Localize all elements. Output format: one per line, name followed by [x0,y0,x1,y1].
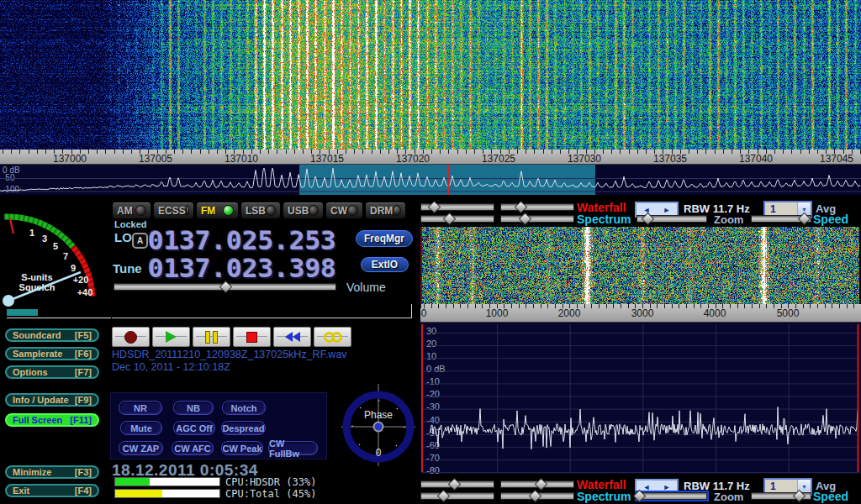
audio-waterfall[interactable] [422,227,859,304]
lo-frequency-digits[interactable]: 0137.025.253 [148,225,336,255]
mode-button-ecss[interactable]: ECSS [153,202,194,219]
cw-afc-button[interactable]: CW AFC [172,441,214,455]
lo-auto-badge[interactable]: A [132,233,148,249]
freq-tick-label: 3000 [617,307,668,319]
speed-slider[interactable] [751,215,811,223]
tune-frequency-digits[interactable]: 0137.023.398 [148,253,336,283]
waterfall-upper-slider[interactable] [420,480,494,488]
freq-tick-label: 137045 [811,153,861,165]
button-hotkey: [F11] [70,415,92,425]
mode-led-icon [135,205,146,216]
slider-thumb[interactable] [529,490,542,503]
main-spectrum-trace[interactable] [0,165,861,195]
phase-center-dot [375,423,383,431]
notch-button[interactable]: Notch [222,401,266,415]
loop-button[interactable] [314,327,351,347]
record-button[interactable] [112,327,150,347]
cw-peak-button[interactable]: CW Peak [221,441,263,455]
mode-label: LSB [246,205,266,217]
spinner-right-arrow-icon[interactable]: ► [657,203,677,216]
mute-button[interactable]: Mute [120,421,162,435]
waterfall-lower-slider[interactable] [500,480,574,488]
slider-thumb[interactable] [442,213,456,226]
squelch-track[interactable] [7,318,111,318]
minimize-button[interactable]: Minimize[F3] [5,465,99,479]
slider-thumb[interactable] [793,490,806,503]
s-meter-tick-label: +20 [73,275,89,285]
cpu-total-track [114,489,220,498]
button-label: Soundcard [13,330,61,340]
button-label: Full Screen [13,415,62,425]
spectrum-lower-slider[interactable] [500,492,574,500]
freqmgr-button[interactable]: FreqMgr [356,230,413,247]
button-hotkey: [F9] [75,395,92,405]
play-button[interactable] [152,327,190,347]
mode-button-usb[interactable]: USB [283,202,324,219]
waterfall-lower-slider[interactable] [500,203,574,211]
cpu-total-fill [115,490,162,497]
button-hotkey: [F3] [75,467,92,477]
audio-spectrum-panel[interactable]: 30 20 10 0 dB -10 -20 -30 -40 -50 -60 -7… [420,323,861,474]
agc-off-button[interactable]: AGC Off [173,421,215,435]
exit-button[interactable]: Exit[F4] [5,484,99,497]
mode-button-cw[interactable]: CW [325,202,363,219]
volume-slider[interactable] [114,283,336,291]
s-meter[interactable]: 1 3 5 7 9 +20 +40 S-units Squelch [0,200,109,311]
audio-frequency-scale[interactable]: 0 1000 2000 3000 4000 5000 [420,304,861,323]
mode-button-am[interactable]: AM [112,202,151,219]
info-update-button[interactable]: Info / Update[F9] [5,393,99,407]
freq-tick-label: 137005 [130,153,181,165]
mode-label: USB [288,205,309,217]
zoom-slider[interactable] [637,492,707,500]
rewind-button[interactable] [273,327,311,347]
waterfall-upper-slider[interactable] [420,203,494,211]
freq-tick-label: 137035 [645,153,695,165]
slider-thumb[interactable] [642,213,655,226]
s-meter-tick-label: 1 [29,228,34,238]
spectrum-label: Spectrum [577,213,631,226]
full-screen-button[interactable]: Full Screen[F11] [5,413,99,427]
audio-waterfall-panel[interactable] [420,227,861,304]
soundcard-button[interactable]: Soundcard[F5] [5,328,99,342]
button-label: Minimize [13,467,51,477]
cpu-total-label: CPU:Total (45%) [225,488,316,500]
speed-slider[interactable] [751,492,811,500]
mode-button-lsb[interactable]: LSB [240,202,281,219]
cw-fullbw-button[interactable]: CW FullBw [268,441,318,455]
button-hotkey: [F4] [75,486,92,496]
audio-spectrum-trace[interactable] [420,323,861,474]
spectrum-lower-slider[interactable] [500,215,574,223]
s-meter-caption: S-units [21,272,52,282]
mode-button-drm[interactable]: DRM [365,202,406,219]
slider-thumb[interactable] [219,281,232,294]
spinner-right-arrow-icon[interactable]: ► [657,480,677,493]
phase-dial[interactable]: Phase 0 [340,382,417,468]
nr-button[interactable]: NR [119,401,162,415]
spectrum-upper-slider[interactable] [420,215,494,223]
slider-thumb[interactable] [519,213,532,226]
slider-thumb[interactable] [797,213,811,226]
slider-thumb[interactable] [535,478,548,491]
squelch-level-bar[interactable] [7,309,38,316]
main-frequency-scale[interactable]: 137000 137005 137010 137015 137020 13702… [0,150,861,165]
slider-thumb[interactable] [447,478,461,491]
despread-button[interactable]: Despread [221,421,266,435]
recorder-button-row [112,327,351,347]
slider-thumb[interactable] [437,490,451,503]
slider-thumb[interactable] [428,201,441,214]
main-waterfall[interactable] [0,0,861,150]
nb-button[interactable]: NB [173,401,214,415]
extio-button[interactable]: ExtIO [361,257,409,272]
samplerate-button[interactable]: Samplerate[F6] [5,347,99,360]
slider-thumb[interactable] [515,201,528,214]
stop-button[interactable] [233,327,271,347]
zoom-slider[interactable] [637,215,707,223]
mode-led-icon [223,205,234,216]
cw-zap-button[interactable]: CW ZAP [119,441,163,455]
cpu-hdsdr-fill [115,478,150,486]
record-icon [124,331,137,344]
mode-button-fm[interactable]: FM [196,202,239,219]
spectrum-upper-slider[interactable] [420,492,494,500]
options-button[interactable]: Options[F7] [5,365,99,379]
pause-button[interactable] [193,327,230,347]
